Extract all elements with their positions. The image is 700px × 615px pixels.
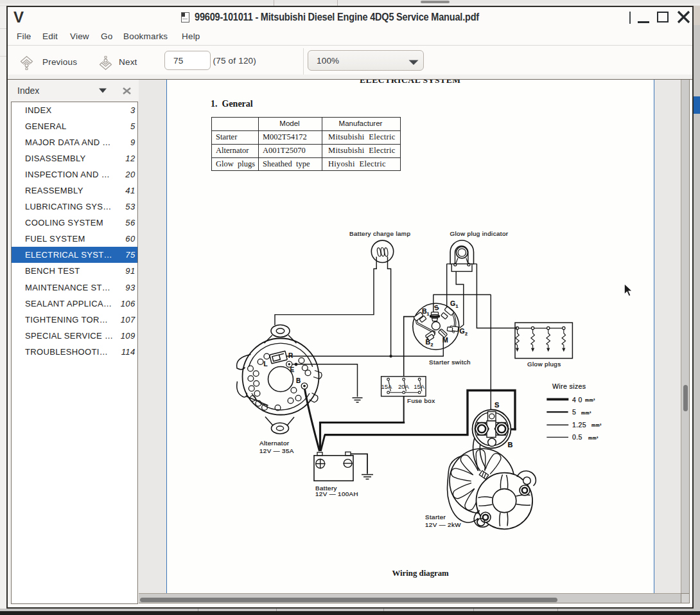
- svg-text:1: 1: [456, 304, 459, 308]
- svg-text:mm²: mm²: [588, 436, 599, 440]
- svg-text:Starter: Starter: [425, 513, 446, 521]
- svg-text:Glow plugs: Glow plugs: [527, 361, 561, 368]
- svg-text:Starter switch: Starter switch: [429, 359, 471, 366]
- svg-text:B: B: [508, 441, 513, 449]
- svg-text:2: 2: [431, 343, 433, 347]
- svg-text:12V — 2kW: 12V — 2kW: [425, 521, 461, 528]
- svg-text:Glow plug indicator: Glow plug indicator: [450, 230, 509, 237]
- svg-text:R: R: [288, 352, 293, 359]
- svg-text:15A: 15A: [381, 383, 393, 390]
- svg-text:4 0: 4 0: [572, 396, 582, 404]
- svg-text:G: G: [450, 299, 456, 307]
- svg-text:S: S: [494, 401, 500, 409]
- svg-text:B: B: [296, 377, 301, 384]
- svg-text:2: 2: [465, 332, 468, 336]
- svg-text:20A: 20A: [398, 383, 410, 390]
- svg-text:L: L: [264, 361, 268, 368]
- svg-text:mm²: mm²: [585, 398, 595, 402]
- svg-text:1.25: 1.25: [572, 421, 586, 429]
- svg-text:12V — 100AH: 12V — 100AH: [315, 490, 358, 497]
- svg-text:Wire sizes: Wire sizes: [552, 382, 586, 390]
- svg-text:Fuse box: Fuse box: [407, 397, 435, 404]
- svg-text:12V — 35A: 12V — 35A: [259, 447, 294, 454]
- svg-text:15A: 15A: [414, 383, 425, 390]
- svg-text:mm²: mm²: [581, 411, 591, 415]
- svg-text:S: S: [433, 303, 440, 312]
- svg-text:1: 1: [427, 312, 430, 316]
- svg-text:0.5: 0.5: [572, 433, 582, 441]
- svg-text:5: 5: [572, 408, 576, 416]
- svg-text:mm²: mm²: [591, 423, 602, 427]
- svg-text:Battery charge lamp: Battery charge lamp: [349, 230, 410, 237]
- svg-text:Alternator: Alternator: [259, 440, 290, 447]
